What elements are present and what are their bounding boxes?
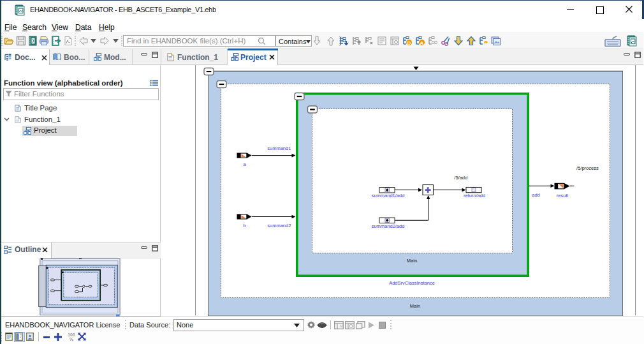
svg-text:AddSrvClassInstance: AddSrvClassInstance: [389, 280, 435, 286]
svg-text:summand1: summand1: [267, 146, 291, 151]
svg-text:summand1/add: summand1/add: [372, 193, 405, 198]
svg-text:b: b: [243, 223, 245, 228]
svg-text:M: M: [340, 324, 343, 328]
svg-text:return/add: return/add: [464, 193, 485, 198]
svg-text:summand2: summand2: [267, 223, 291, 228]
svg-text:result: result: [557, 193, 569, 198]
svg-text:add: add: [532, 192, 540, 198]
svg-text:Main: Main: [410, 303, 420, 309]
svg-text:Main: Main: [407, 258, 417, 264]
svg-text:/5/process: /5/process: [576, 165, 599, 171]
svg-text:summand2/add: summand2/add: [372, 223, 405, 229]
svg-text:D: D: [407, 40, 411, 46]
svg-text:/5/add: /5/add: [454, 175, 467, 181]
svg-text:A: A: [420, 40, 424, 46]
